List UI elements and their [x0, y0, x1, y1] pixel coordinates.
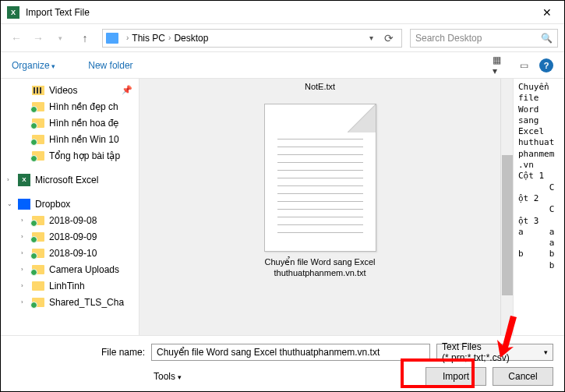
- folder-icon: [32, 102, 44, 111]
- scrollbar-vertical[interactable]: [500, 79, 513, 335]
- view-mode-button[interactable]: ▦ ▾: [493, 58, 508, 73]
- window-title: Import Text File: [26, 7, 529, 18]
- cancel-button[interactable]: Cancel: [493, 367, 553, 386]
- body-area: Videos📌 Hình nền đẹp ch Hình nền hoa đẹ …: [1, 79, 564, 335]
- folder-icon: [32, 151, 44, 161]
- new-folder-button[interactable]: New folder: [88, 60, 132, 71]
- expand-icon[interactable]: ›: [21, 233, 23, 240]
- breadcrumb-bar[interactable]: › This PC › Desktop ▾ ⟳: [102, 29, 402, 48]
- chevron-right-icon: ›: [126, 34, 129, 42]
- file-name: NotE.txt: [204, 82, 435, 91]
- folder-icon: [106, 33, 118, 44]
- filename-label: File name:: [101, 347, 145, 358]
- recent-dropdown[interactable]: ▾: [51, 29, 69, 48]
- folder-icon: [32, 232, 44, 242]
- dropbox-icon: [18, 199, 30, 210]
- sidebar-item[interactable]: Hình nền Win 10: [1, 131, 139, 147]
- video-icon: [32, 86, 44, 95]
- search-icon: 🔍: [541, 33, 553, 44]
- folder-icon: [32, 281, 44, 291]
- nav-bar: ← → ▾ ↑ › This PC › Desktop ▾ ⟳ Search D…: [1, 24, 564, 52]
- organize-menu[interactable]: Organize: [12, 60, 55, 71]
- expand-icon[interactable]: ›: [21, 217, 23, 224]
- forward-button[interactable]: →: [29, 29, 48, 48]
- collapse-icon[interactable]: ⌄: [7, 200, 12, 207]
- file-item-selected[interactable]: Chuyển file Word sang Excel thuthuatphan…: [204, 96, 435, 279]
- tools-menu[interactable]: Tools: [154, 371, 182, 382]
- footer: File name: Text Files (*.prn;*.txt;*.csv…: [1, 335, 564, 392]
- app-icon: X: [7, 6, 19, 19]
- excel-icon: X: [18, 174, 30, 186]
- sidebar-item-videos[interactable]: Videos📌: [1, 82, 139, 98]
- folder-icon: [32, 216, 44, 225]
- sidebar-item[interactable]: ›2018-09-09: [1, 228, 139, 245]
- toolbar: Organize New folder ▦ ▾ ▭ ?: [1, 52, 564, 79]
- content-area: NotE.txt Chuyển file Word sang Excel thu…: [139, 79, 564, 335]
- folder-icon: [32, 249, 44, 258]
- expand-icon[interactable]: ›: [21, 282, 23, 289]
- scrollbar-thumb[interactable]: [502, 155, 513, 295]
- search-input[interactable]: Search Desktop 🔍: [410, 29, 558, 48]
- pin-icon: 📌: [122, 85, 132, 95]
- folder-icon: [32, 118, 44, 128]
- breadcrumb-this-pc[interactable]: This PC: [132, 33, 165, 44]
- sidebar-item[interactable]: Hình nền đẹp ch: [1, 98, 139, 115]
- expand-icon[interactable]: ›: [21, 249, 23, 256]
- sidebar-item[interactable]: ›Camera Uploads: [1, 261, 139, 277]
- chevron-right-icon: ›: [168, 34, 171, 42]
- close-button[interactable]: ✕: [529, 1, 564, 24]
- sidebar-item-excel[interactable]: ›XMicrosoft Excel: [1, 171, 139, 188]
- help-button[interactable]: ?: [539, 58, 553, 72]
- folder-icon: [32, 298, 44, 307]
- import-button[interactable]: Import: [426, 367, 486, 386]
- file-type-filter[interactable]: Text Files (*.prn;*.txt;*.csv): [436, 344, 553, 361]
- breadcrumb-dropdown-icon[interactable]: ▾: [365, 34, 378, 42]
- sidebar-item[interactable]: ›LinhTinh: [1, 277, 139, 294]
- preview-pane: Chuyển file Word sang Excel huthuat phan…: [513, 79, 564, 335]
- folder-icon: [32, 265, 44, 274]
- preview-pane-button[interactable]: ▭: [516, 58, 531, 73]
- refresh-button[interactable]: ⟳: [380, 29, 398, 48]
- files-list[interactable]: NotE.txt Chuyển file Word sang Excel thu…: [139, 79, 500, 335]
- breadcrumb-desktop[interactable]: Desktop: [174, 33, 208, 44]
- sidebar-item[interactable]: ›Shared_TLS_Cha: [1, 294, 139, 310]
- folder-icon: [32, 135, 44, 144]
- expand-icon[interactable]: ›: [21, 298, 23, 305]
- search-placeholder: Search Desktop: [415, 33, 482, 44]
- up-button[interactable]: ↑: [76, 29, 94, 48]
- filename-input[interactable]: [151, 344, 430, 361]
- title-bar: X Import Text File ✕: [1, 1, 564, 24]
- expand-icon[interactable]: ›: [7, 176, 9, 183]
- file-thumbnail: [264, 104, 376, 252]
- sidebar-item[interactable]: ›2018-09-08: [1, 212, 139, 228]
- sidebar-item[interactable]: Tổng hợp bài tập: [1, 147, 139, 164]
- sidebar-item[interactable]: Hình nền hoa đẹ: [1, 115, 139, 131]
- sidebar-item-dropbox[interactable]: ⌄Dropbox: [1, 196, 139, 212]
- file-name: Chuyển file Word sang Excel thuthuatphan…: [204, 256, 435, 279]
- sidebar-item[interactable]: ›2018-09-10: [1, 245, 139, 261]
- back-button[interactable]: ←: [7, 29, 26, 48]
- expand-icon[interactable]: ›: [21, 266, 23, 273]
- sidebar-tree: Videos📌 Hình nền đẹp ch Hình nền hoa đẹ …: [1, 79, 139, 335]
